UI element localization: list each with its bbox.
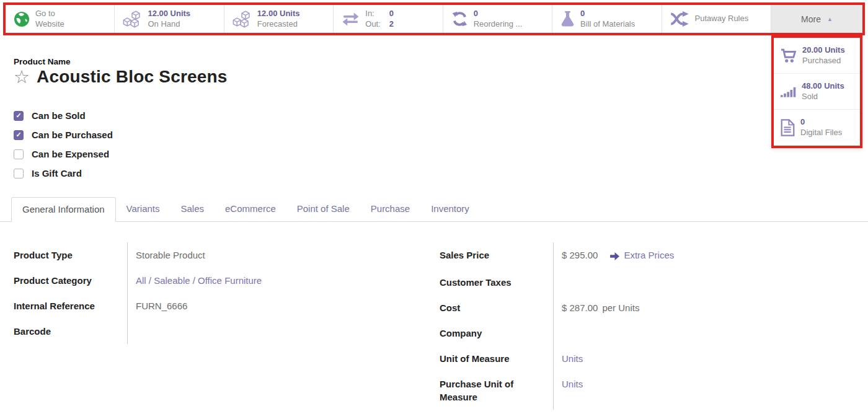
cubes-icon bbox=[232, 11, 252, 28]
purchase-uom-row: Purchase Unit of Measure Units bbox=[440, 371, 853, 410]
internal-reference-label: Internal Reference bbox=[14, 293, 127, 319]
is-gift-card-row[interactable]: Is Gift Card bbox=[14, 164, 868, 183]
globe-icon bbox=[14, 11, 30, 27]
can-be-sold-row[interactable]: Can be Sold bbox=[14, 106, 868, 125]
product-type-label: Product Type bbox=[14, 242, 127, 268]
bill-of-materials-button[interactable]: 0 Bill of Materials bbox=[552, 5, 662, 33]
on-hand-label: On Hand bbox=[148, 19, 190, 30]
sales-price-value[interactable]: $ 295.00 bbox=[562, 249, 598, 262]
caret-up-icon: ▲ bbox=[827, 16, 833, 22]
more-button[interactable]: More ▲ bbox=[771, 5, 862, 33]
sales-price-label: Sales Price bbox=[440, 242, 553, 270]
forecasted-label: Forecasted bbox=[257, 19, 300, 30]
can-be-purchased-checkbox[interactable] bbox=[14, 130, 24, 140]
unit-of-measure-label: Unit of Measure bbox=[440, 346, 553, 371]
product-category-label: Product Category bbox=[14, 268, 127, 293]
sold-menu-item[interactable]: 48.00 Units Sold bbox=[774, 74, 860, 110]
general-information-fields: Product Type Storable Product Product Ca… bbox=[0, 242, 868, 410]
sold-value: 48.00 Units bbox=[802, 81, 844, 92]
bom-value: 0 bbox=[580, 9, 635, 19]
unit-of-measure-value[interactable]: Units bbox=[562, 352, 583, 365]
company-label: Company bbox=[440, 320, 553, 346]
product-flags-group: Can be Sold Can be Purchased Can be Expe… bbox=[14, 106, 868, 183]
reordering-rules-button[interactable]: 0 Reordering ... bbox=[443, 5, 552, 33]
cost-suffix: per Units bbox=[602, 301, 639, 314]
internal-reference-value[interactable]: FURN_6666 bbox=[136, 299, 187, 312]
product-form-sheet: Product Name ☆ Acoustic Bloc Screens Can… bbox=[0, 57, 868, 183]
favorite-star-icon[interactable]: ☆ bbox=[14, 68, 30, 86]
tab-point-of-sale[interactable]: Point of Sale bbox=[286, 197, 360, 222]
tab-inventory[interactable]: Inventory bbox=[420, 197, 480, 222]
document-icon bbox=[781, 119, 795, 136]
out-label: Out: bbox=[365, 19, 381, 30]
company-row: Company bbox=[440, 320, 853, 346]
putaway-rules-button[interactable]: Putaway Rules bbox=[662, 5, 771, 33]
purchased-label: Purchased bbox=[802, 56, 845, 66]
cost-label: Cost bbox=[440, 295, 553, 320]
product-category-value[interactable]: All / Saleable / Office Furniture bbox=[136, 274, 262, 287]
can-be-sold-checkbox[interactable] bbox=[14, 111, 24, 121]
digital-files-menu-item[interactable]: 0 Digital Files bbox=[774, 110, 860, 146]
shuffle-icon bbox=[670, 11, 689, 27]
exchange-arrows-icon bbox=[342, 11, 360, 27]
go-to-website-label-line2: Website bbox=[35, 19, 64, 30]
purchased-menu-item[interactable]: 20.00 Units Purchased bbox=[774, 38, 860, 74]
product-name-title[interactable]: Acoustic Bloc Screens bbox=[37, 67, 228, 87]
can-be-purchased-label: Can be Purchased bbox=[32, 130, 113, 140]
is-gift-card-checkbox[interactable] bbox=[14, 169, 24, 179]
go-to-website-label-line1: Go to bbox=[35, 9, 64, 19]
product-type-row: Product Type Storable Product bbox=[14, 242, 427, 268]
purchase-uom-value[interactable]: Units bbox=[562, 377, 583, 390]
tab-variants[interactable]: Variants bbox=[116, 197, 170, 222]
internal-link-arrow-icon bbox=[610, 250, 619, 263]
tab-general-information[interactable]: General Information bbox=[11, 197, 116, 222]
go-to-website-button[interactable]: Go to Website bbox=[6, 5, 115, 33]
cubes-icon bbox=[123, 11, 142, 28]
forecasted-button[interactable]: 12.00 Units Forecasted bbox=[224, 5, 334, 33]
fields-left-column: Product Type Storable Product Product Ca… bbox=[14, 242, 427, 410]
unit-of-measure-row: Unit of Measure Units bbox=[440, 346, 853, 371]
digital-files-label: Digital Files bbox=[800, 128, 842, 138]
can-be-purchased-row[interactable]: Can be Purchased bbox=[14, 125, 868, 144]
customer-taxes-row: Customer Taxes bbox=[440, 270, 853, 295]
sold-label: Sold bbox=[802, 92, 844, 102]
on-hand-value: 12.00 Units bbox=[148, 9, 190, 19]
can-be-expensed-label: Can be Expensed bbox=[32, 149, 109, 159]
in-out-button[interactable]: In: 0 Out: 2 bbox=[334, 5, 443, 33]
reordering-label: Reordering ... bbox=[474, 19, 523, 30]
more-label: More bbox=[801, 14, 821, 24]
bar-chart-icon bbox=[781, 86, 796, 97]
cost-value[interactable]: $ 287.00 bbox=[562, 301, 598, 314]
barcode-label: Barcode bbox=[14, 319, 127, 344]
tab-sales[interactable]: Sales bbox=[170, 197, 215, 222]
out-value: 2 bbox=[389, 19, 394, 30]
purchase-uom-label: Purchase Unit of Measure bbox=[440, 371, 553, 410]
bom-label: Bill of Materials bbox=[580, 19, 635, 30]
notebook-tabs: General Information Variants Sales eComm… bbox=[0, 197, 868, 222]
purchased-value: 20.00 Units bbox=[802, 45, 845, 56]
flask-icon bbox=[560, 11, 575, 27]
forecasted-value: 12.00 Units bbox=[257, 9, 300, 19]
customer-taxes-label: Customer Taxes bbox=[440, 270, 553, 295]
barcode-row: Barcode bbox=[14, 319, 427, 344]
cost-row: Cost $ 287.00 per Units bbox=[440, 295, 853, 320]
product-category-row: Product Category All / Saleable / Office… bbox=[14, 268, 427, 293]
refresh-icon bbox=[451, 11, 468, 27]
product-type-value[interactable]: Storable Product bbox=[136, 249, 205, 262]
tab-ecommerce[interactable]: eCommerce bbox=[215, 197, 286, 222]
in-value: 0 bbox=[389, 9, 394, 19]
extra-prices-link[interactable]: Extra Prices bbox=[624, 249, 674, 262]
fields-right-column: Sales Price $ 295.00 Extra Prices Custom… bbox=[440, 242, 853, 410]
digital-files-value: 0 bbox=[800, 117, 842, 128]
tab-purchase[interactable]: Purchase bbox=[360, 197, 420, 222]
internal-reference-row: Internal Reference FURN_6666 bbox=[14, 293, 427, 319]
in-label: In: bbox=[365, 9, 381, 19]
reordering-value: 0 bbox=[474, 9, 523, 19]
can-be-expensed-checkbox[interactable] bbox=[14, 149, 24, 159]
stat-button-bar: Go to Website 12.00 Units On Hand 12.00 … bbox=[3, 2, 865, 35]
can-be-sold-label: Can be Sold bbox=[32, 110, 86, 121]
can-be-expensed-row[interactable]: Can be Expensed bbox=[14, 144, 868, 164]
product-name-field-label: Product Name bbox=[14, 57, 868, 66]
putaway-label: Putaway Rules bbox=[695, 14, 749, 24]
on-hand-button[interactable]: 12.00 Units On Hand bbox=[115, 5, 224, 33]
